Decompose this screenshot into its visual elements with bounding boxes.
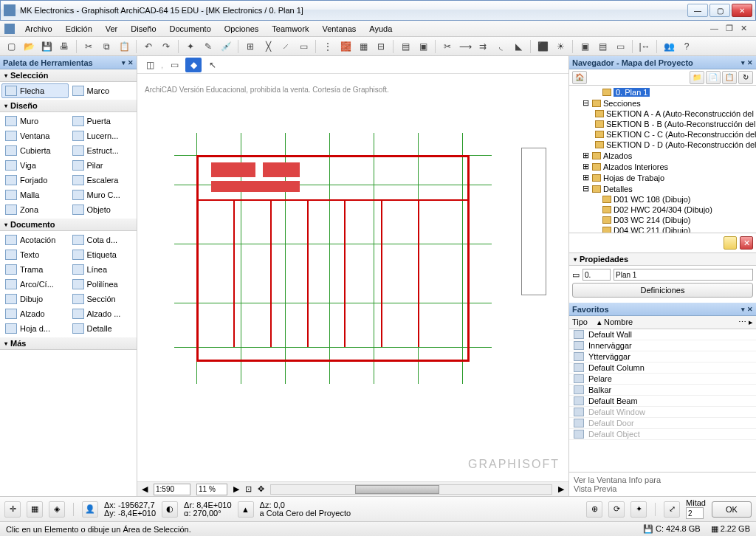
palette-close[interactable]: ▾ ✕ — [122, 59, 134, 66]
drawing-canvas[interactable]: ArchiCAD Versión Educacional, prohibida … — [137, 74, 568, 481]
offset-button[interactable]: ⇉ — [475, 39, 491, 54]
nav-refresh[interactable]: ↻ — [738, 71, 753, 84]
fit-button[interactable]: ⊡ — [245, 484, 252, 494]
tree-item[interactable]: ⊞Alzados Interiores — [572, 161, 753, 172]
tool-hojad[interactable]: Hoja d... — [1, 321, 69, 336]
expand-icon[interactable]: ⊞ — [583, 151, 590, 160]
tool-objeto[interactable]: Objeto — [69, 202, 136, 217]
menu-ventanas[interactable]: Ventanas — [316, 23, 362, 35]
constraint-button[interactable]: ⋮ — [320, 39, 336, 54]
menu-ver[interactable]: Ver — [100, 23, 124, 35]
expand-icon[interactable]: ⊟ — [583, 98, 590, 108]
tool-seccin[interactable]: Sección — [69, 292, 136, 306]
col-more[interactable]: ⋯ ▸ — [738, 317, 753, 327]
zoom-in[interactable]: ▶ — [233, 484, 239, 494]
zoom-ratio-input[interactable] — [154, 484, 190, 495]
info-grid-button[interactable]: ▦ — [27, 501, 43, 518]
favorites-list[interactable]: Default WallInnerväggarYtterväggarDefaul… — [569, 329, 756, 472]
edit-mode-button[interactable]: ◆ — [185, 58, 202, 72]
pan-button[interactable]: ✥ — [258, 484, 264, 494]
menu-diseño[interactable]: Diseño — [125, 23, 162, 35]
tree-settings-button[interactable] — [724, 236, 737, 250]
help-button[interactable]: ? — [678, 39, 695, 54]
favorite-item[interactable]: Balkar — [569, 385, 756, 396]
tool-acotacin[interactable]: Acotación — [1, 233, 69, 247]
zoom-out[interactable]: ◀ — [142, 484, 148, 494]
tree-delete-button[interactable]: ✕ — [740, 236, 753, 250]
gravity-button[interactable]: ⊕ — [586, 501, 602, 518]
tree-item[interactable]: D04 WC 211 (Dibujo) — [572, 225, 753, 233]
ruler-button[interactable]: ▭ — [295, 39, 312, 54]
tree-item[interactable]: D03 WC 214 (Dibujo) — [572, 215, 753, 225]
tool-viga[interactable]: Viga — [1, 158, 69, 173]
tool-cotad[interactable]: Cota d... — [69, 233, 136, 247]
menu-documento[interactable]: Documento — [164, 23, 217, 35]
tool-muro[interactable]: Muro — [1, 114, 69, 128]
palette-section[interactable]: Selección — [0, 69, 137, 82]
tool-marco[interactable]: Marco — [69, 83, 136, 98]
redo-button[interactable]: ↷ — [158, 39, 174, 54]
tool-lnea[interactable]: Línea — [69, 262, 136, 277]
menu-edición[interactable]: Edición — [60, 23, 98, 35]
expand-icon[interactable]: ⊟ — [583, 184, 590, 193]
minimize-button[interactable]: — — [687, 4, 708, 17]
favorite-item[interactable]: Pelare — [569, 374, 756, 385]
menu-archivo[interactable]: Archivo — [19, 23, 58, 35]
tool-texto[interactable]: Texto — [1, 247, 69, 262]
info-user-button[interactable]: 👤 — [82, 501, 98, 518]
tool-dibujo[interactable]: Dibujo — [1, 292, 69, 306]
favorite-item[interactable]: Innerväggar — [569, 340, 756, 351]
align-button[interactable]: ▦ — [355, 39, 371, 54]
chamfer-button[interactable]: ◣ — [510, 39, 526, 54]
menu-opciones[interactable]: Opciones — [219, 23, 264, 35]
tree-item[interactable]: 0. Plan 1 — [572, 87, 753, 97]
tool-alzado[interactable]: Alzado ... — [69, 306, 136, 321]
tree-item[interactable]: ⊞Hojas de Trabajo — [572, 172, 753, 183]
tool-lucern[interactable]: Lucern... — [69, 128, 136, 143]
tree-item[interactable]: SEKTION B - B (Auto-Reconstrucción del — [572, 119, 753, 129]
tool-forjado[interactable]: Forjado — [1, 173, 69, 188]
definitions-button[interactable]: Definiciones — [572, 283, 753, 298]
paste-button[interactable]: 📋 — [116, 39, 132, 54]
mdi-close[interactable]: ✕ — [740, 24, 747, 33]
plan-name-input[interactable] — [614, 269, 753, 281]
navigator-tree[interactable]: 0. Plan 1⊟SeccionesSEKTION A - A (Auto-R… — [569, 86, 756, 233]
nav-view-map[interactable]: 📁 — [690, 71, 704, 84]
nav-project-map[interactable]: 🏠 — [572, 71, 587, 84]
new-button[interactable]: ▢ — [3, 39, 19, 54]
favorites-columns[interactable]: Tipo ▴ Nombre ⋯ ▸ — [569, 316, 756, 329]
h-scrollbar[interactable] — [270, 484, 552, 495]
info-polar-button[interactable]: ◐ — [162, 501, 178, 518]
navigator-close[interactable]: ▾ ✕ — [741, 59, 753, 66]
tool-detalle[interactable]: Detalle — [69, 321, 136, 336]
nav-publisher[interactable]: 📋 — [722, 71, 737, 84]
guide-button[interactable]: ⟋ — [278, 39, 294, 54]
magic-wand-button[interactable]: ✦ — [182, 39, 199, 54]
tool-ventana[interactable]: Ventana — [1, 128, 69, 143]
cut-button[interactable]: ✂ — [80, 39, 97, 54]
open-button[interactable]: 📂 — [21, 39, 37, 54]
layer-button[interactable]: ▤ — [397, 39, 413, 54]
favorites-close[interactable]: ▾ ✕ — [741, 306, 753, 313]
tool-malla[interactable]: Malla — [1, 188, 69, 202]
favorite-item[interactable]: Default Wall — [569, 329, 756, 340]
section-marker-button[interactable]: ▭ — [612, 39, 628, 54]
scroll-right[interactable]: ▶ — [558, 484, 564, 494]
marquee-button[interactable]: ◫ — [142, 58, 158, 72]
mdi-restore[interactable]: ❐ — [726, 24, 733, 33]
tool-trama[interactable]: Trama — [1, 262, 69, 277]
expand-icon[interactable]: ⊞ — [583, 162, 590, 171]
tool-escalera[interactable]: Escalera — [69, 173, 136, 188]
tree-item[interactable]: SEKTION C - C (Auto-Reconstrucción del — [572, 129, 753, 140]
favorite-item[interactable]: Ytterväggar — [569, 351, 756, 363]
snap-toggle-button[interactable]: ✦ — [630, 501, 647, 518]
zoom-pct-input[interactable] — [196, 484, 227, 495]
tool-etiqueta[interactable]: Etiqueta — [69, 247, 136, 262]
ok-button[interactable]: OK — [712, 501, 752, 518]
tool-zona[interactable]: Zona — [1, 202, 69, 217]
tree-item[interactable]: ⊟Detalles — [572, 183, 753, 194]
story-button[interactable]: ▤ — [594, 39, 611, 54]
save-button[interactable]: 💾 — [38, 39, 55, 54]
plan-id-input[interactable] — [583, 269, 611, 281]
undo-button[interactable]: ↶ — [140, 39, 157, 54]
